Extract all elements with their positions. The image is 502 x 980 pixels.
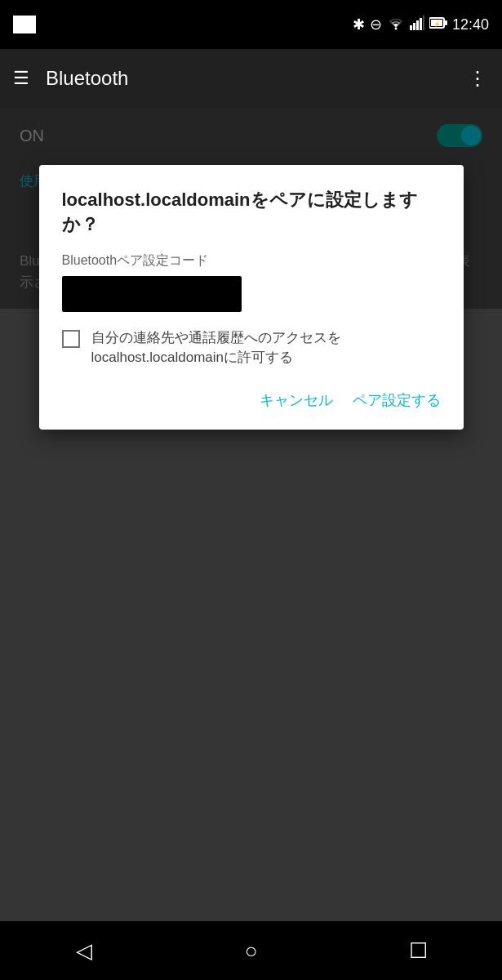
thumbnail-icon xyxy=(13,16,36,33)
app-bar: ☰ Bluetooth ⋮ xyxy=(0,49,502,108)
dialog-actions: キャンセル ペア設定する xyxy=(62,387,441,413)
bluetooth-status-icon: ✱ xyxy=(353,16,365,33)
status-time: 12:40 xyxy=(452,16,489,33)
dialog-code-label: Bluetoothペア設定コード xyxy=(62,252,441,270)
back-button[interactable]: ◁ xyxy=(60,926,109,975)
svg-rect-7 xyxy=(420,18,422,30)
hamburger-menu-icon[interactable]: ☰ xyxy=(13,68,29,89)
app-bar-left: ☰ Bluetooth xyxy=(13,67,128,90)
dialog-overlay: localhost.localdomainをペアに設定しますか？ Bluetoo… xyxy=(0,108,502,921)
status-bar-left xyxy=(13,16,36,33)
cancel-button[interactable]: キャンセル xyxy=(260,387,333,413)
svg-rect-8 xyxy=(423,16,424,30)
pair-dialog: localhost.localdomainをペアに設定しますか？ Bluetoo… xyxy=(39,165,464,430)
recents-button[interactable]: ☐ xyxy=(394,926,443,975)
pair-button[interactable]: ペア設定する xyxy=(353,387,441,413)
svg-rect-6 xyxy=(416,20,419,30)
dnd-status-icon: ⊖ xyxy=(370,16,382,33)
more-options-icon[interactable]: ⋮ xyxy=(468,67,489,90)
wifi-status-icon xyxy=(387,16,405,34)
dialog-title: localhost.localdomainをペアに設定しますか？ xyxy=(62,188,441,236)
dialog-checkbox-row: 自分の連絡先や通話履歴へのアクセスをlocalhost.localdomainに… xyxy=(62,328,441,368)
svg-rect-4 xyxy=(410,25,412,30)
status-bar-right: ✱ ⊖ ⚡ xyxy=(353,16,489,34)
battery-status-icon: ⚡ xyxy=(429,16,447,33)
dialog-code-box xyxy=(62,276,242,312)
svg-rect-11 xyxy=(445,20,447,25)
home-button[interactable]: ○ xyxy=(227,926,276,975)
svg-text:⚡: ⚡ xyxy=(433,20,440,28)
svg-rect-2 xyxy=(16,19,23,27)
app-bar-title: Bluetooth xyxy=(46,67,128,90)
svg-rect-5 xyxy=(413,23,415,30)
status-bar: ✱ ⊖ ⚡ xyxy=(0,0,502,49)
svg-point-3 xyxy=(394,27,397,29)
checkbox-label: 自分の連絡先や通話履歴へのアクセスをlocalhost.localdomainに… xyxy=(91,328,441,368)
access-permission-checkbox[interactable] xyxy=(62,330,80,348)
signal-status-icon xyxy=(410,16,424,34)
bottom-nav: ◁ ○ ☐ xyxy=(0,921,502,980)
